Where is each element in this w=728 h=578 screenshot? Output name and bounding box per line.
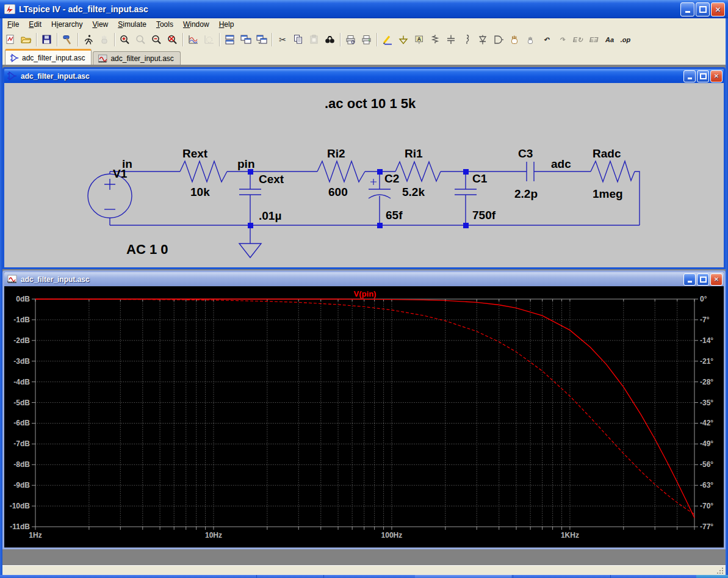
node-label-adc[interactable]: adc <box>551 157 571 170</box>
component-value-radc[interactable]: 1meg <box>593 187 623 200</box>
place-diode-icon[interactable] <box>475 32 490 48</box>
component-name-ri2[interactable]: Ri2 <box>327 147 345 160</box>
new-schematic-icon[interactable] <box>3 32 18 48</box>
component-value-v1[interactable]: AC 1 0 <box>126 242 168 257</box>
waveform-title-bar[interactable]: adc_filter_input.asc ✕ <box>4 272 724 286</box>
schematic-minimize-button[interactable] <box>683 70 696 82</box>
menu-item-file[interactable]: File <box>2 19 24 30</box>
cascade-windows-icon[interactable] <box>254 32 269 48</box>
schematic-title-bar[interactable]: adc_filter_input.asc ✕ <box>4 69 724 83</box>
component-value-cext[interactable]: .01µ <box>259 209 281 222</box>
node-label-pin[interactable]: pin <box>237 157 255 170</box>
component-name-ri1[interactable]: Ri1 <box>405 147 423 160</box>
waveform-maximize-button[interactable] <box>697 273 709 286</box>
place-ground-icon[interactable] <box>396 32 411 48</box>
component-name-c2[interactable]: C2 <box>384 172 399 185</box>
component-value-c2[interactable]: 65f <box>386 209 403 222</box>
draw-wire-icon[interactable] <box>380 32 395 48</box>
place-component-icon[interactable] <box>491 32 506 48</box>
save-icon[interactable] <box>40 32 54 48</box>
maximize-button[interactable] <box>696 2 710 16</box>
component-name-c3[interactable]: C3 <box>518 147 533 160</box>
waveform-icon <box>7 275 17 284</box>
cut-icon[interactable]: ✂ <box>275 32 290 48</box>
minimize-button[interactable] <box>680 2 694 16</box>
window-border-right <box>726 18 728 575</box>
component-ri2-resistor[interactable] <box>317 161 365 182</box>
magnitude-trace[interactable] <box>35 299 694 518</box>
menu-item-tools[interactable]: Tools <box>151 19 178 30</box>
tab-schematic[interactable]: adc_filter_input.asc <box>5 49 92 65</box>
waveform-close-button[interactable]: ✕ <box>710 273 723 286</box>
open-icon[interactable] <box>19 32 34 48</box>
schematic-maximize-button[interactable] <box>697 70 709 82</box>
component-name-cext[interactable]: Cext <box>259 173 284 186</box>
zoom-full-extents-icon[interactable] <box>165 32 180 48</box>
svg-text:-7°: -7° <box>700 316 710 324</box>
component-value-ri2[interactable]: 600 <box>328 186 348 198</box>
main-title-bar[interactable]: LTspice IV - adc_filter_input.asc ✕ <box>0 0 728 18</box>
drag-icon[interactable] <box>523 32 538 48</box>
schematic-close-button[interactable]: ✕ <box>710 70 723 82</box>
place-inductor-icon[interactable] <box>460 32 474 48</box>
print-icon[interactable] <box>359 32 374 48</box>
trace-legend[interactable]: V(pin) <box>354 289 377 298</box>
close-button[interactable]: ✕ <box>711 2 725 16</box>
menu-item-window[interactable]: Window <box>178 19 214 30</box>
waveform-plot-area[interactable]: 0dB-1dB-2dB-3dB-4dB-5dB-6dB-7dB-8dB-9dB-… <box>4 286 724 547</box>
menu-item-help[interactable]: Help <box>214 19 239 30</box>
component-radc-resistor[interactable] <box>591 161 635 182</box>
component-value-rext[interactable]: 10k <box>190 186 210 198</box>
spice-directive-text[interactable]: .ac oct 10 1 5k <box>325 96 416 111</box>
undo-button[interactable]: ↶ <box>539 32 553 48</box>
component-cext-capacitor[interactable] <box>239 172 261 225</box>
ground-symbol[interactable] <box>239 225 261 258</box>
copy-icon[interactable] <box>291 32 306 48</box>
svg-text:-63°: -63° <box>700 481 713 489</box>
text-button[interactable]: Aa <box>602 32 617 48</box>
move-icon[interactable] <box>507 32 522 48</box>
component-rext-resistor[interactable] <box>180 161 227 182</box>
tab-label: adc_filter_input.asc <box>110 54 173 63</box>
tile-horizontal-icon[interactable] <box>223 32 237 48</box>
run-icon[interactable] <box>81 32 96 48</box>
resize-grip-icon[interactable] <box>716 567 724 574</box>
autorange-y-axis-icon[interactable] <box>186 32 201 48</box>
find-icon[interactable] <box>323 32 337 48</box>
component-name-rext[interactable]: Rext <box>182 147 208 160</box>
schematic-canvas[interactable]: .ac oct 10 1 5k in V1 AC 1 0 Rext 10k pi… <box>4 83 724 267</box>
component-value-ri1[interactable]: 5.2k <box>402 186 425 198</box>
menu-item-simulate[interactable]: Simulate <box>113 19 151 30</box>
place-capacitor-icon[interactable] <box>444 32 458 48</box>
spice-directive-button[interactable]: .op <box>618 32 633 48</box>
menu-bar: FileEditHierarchyViewSimulateToolsWindow… <box>2 18 726 30</box>
circuit-wires[interactable] <box>88 161 640 258</box>
component-ri1-resistor[interactable] <box>395 162 441 181</box>
component-name-v1[interactable]: V1 <box>113 167 128 180</box>
toolbar-separator <box>57 33 58 46</box>
schematic-window-title: adc_filter_input.asc <box>21 72 90 81</box>
menu-item-edit[interactable]: Edit <box>24 19 46 30</box>
tile-vertical-icon[interactable] <box>239 32 253 48</box>
zoom-back-icon <box>134 32 148 48</box>
waveform-icon <box>98 54 107 63</box>
toolbar-separator <box>340 33 341 46</box>
component-name-c1[interactable]: C1 <box>472 172 488 185</box>
schematic-window: adc_filter_input.asc ✕ <box>2 67 726 269</box>
component-value-c3[interactable]: 2.2p <box>514 187 538 200</box>
print-preview-icon[interactable] <box>344 32 358 48</box>
menu-item-hierarchy[interactable]: Hierarchy <box>46 19 87 30</box>
tab-waveform[interactable]: adc_filter_input.asc <box>93 51 180 65</box>
zoom-in-icon[interactable] <box>118 32 132 48</box>
control-panel-icon[interactable] <box>60 32 75 48</box>
waveform-minimize-button[interactable] <box>683 273 696 286</box>
taskbar-edge[interactable] <box>0 575 728 578</box>
zoom-out-icon[interactable] <box>150 32 164 48</box>
component-c3-capacitor[interactable] <box>527 162 534 181</box>
component-name-radc[interactable]: Radc <box>593 147 621 160</box>
menu-item-view[interactable]: View <box>87 19 113 30</box>
place-resistor-icon[interactable] <box>428 32 442 48</box>
phase-trace[interactable] <box>35 299 694 514</box>
component-value-c1[interactable]: 750f <box>472 209 496 222</box>
place-label-icon[interactable]: A <box>412 32 427 48</box>
